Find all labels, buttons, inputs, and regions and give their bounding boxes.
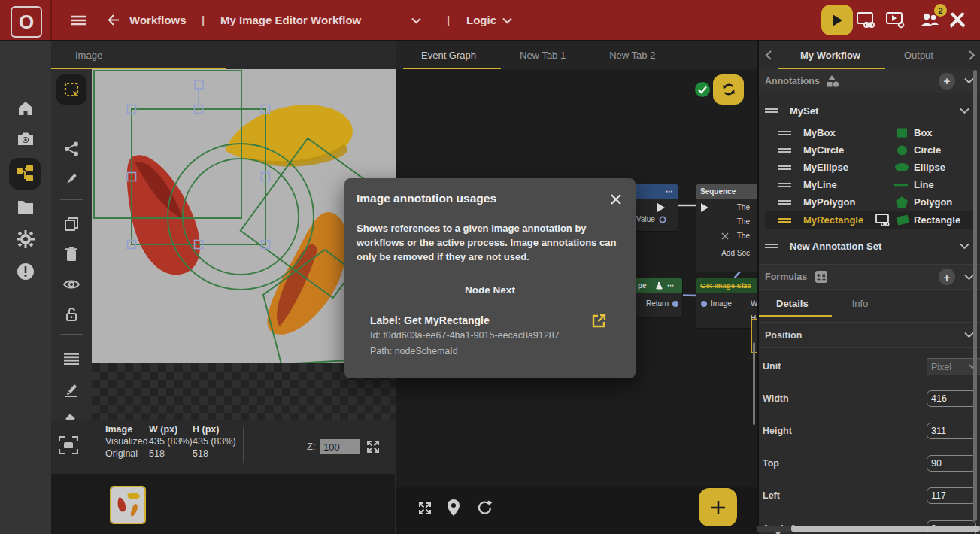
annotation-row-myrectangle[interactable]: MyRectangle Rectangle	[765, 211, 975, 229]
annotation-set-row[interactable]: MySet	[759, 99, 980, 123]
image-panel-tabs: Image	[51, 41, 396, 69]
usages-icon[interactable]	[875, 214, 890, 226]
share-nodes-tool[interactable]	[56, 134, 86, 164]
marquee-select-tool[interactable]	[56, 74, 86, 105]
visibility-tool[interactable]	[56, 269, 86, 299]
position-section-header[interactable]: Position	[759, 322, 980, 348]
layers-list-tool[interactable]	[56, 344, 86, 374]
graph-name-dropdown[interactable]: Logic	[466, 0, 496, 40]
tab-image[interactable]: Image	[75, 50, 102, 61]
height-input[interactable]	[927, 423, 976, 439]
value-out-pin[interactable]	[659, 216, 666, 223]
close-icon[interactable]	[610, 193, 622, 205]
annotation-row-mybox[interactable]: MyBox Box	[765, 124, 975, 141]
annotation-row-mypolygon[interactable]: MyPolygon Polygon	[765, 193, 975, 211]
lock-tool[interactable]	[56, 299, 86, 329]
copy-tool[interactable]	[56, 209, 86, 239]
annotation-row-myellipse[interactable]: MyEllipse Ellipse	[765, 159, 975, 176]
fullscreen-icon[interactable]	[366, 439, 381, 454]
draw-tool[interactable]	[56, 375, 86, 405]
divider	[50, 0, 52, 40]
settings-gear-icon[interactable]	[17, 230, 35, 248]
unit-select[interactable]: Pixel	[927, 358, 980, 375]
screen-settings-icon[interactable]	[886, 12, 906, 29]
locate-pin-icon[interactable]	[447, 499, 460, 517]
drag-handle-icon[interactable]	[765, 243, 778, 249]
graph-scrollbar[interactable]	[753, 342, 755, 425]
collapse-chevron-icon[interactable]	[960, 243, 969, 250]
fit-view-icon[interactable]	[59, 436, 78, 454]
node-menu-icon[interactable]: ⋯	[666, 187, 674, 196]
breadcrumb-section[interactable]: Workflows	[129, 0, 187, 40]
drag-handle-icon[interactable]	[778, 182, 791, 188]
drag-handle-icon[interactable]	[778, 130, 791, 136]
tab-new-tab-1[interactable]: New Tab 1	[520, 50, 566, 61]
top-input[interactable]	[927, 455, 976, 472]
formulas-section-header[interactable]: Formulas +	[759, 264, 980, 290]
tab-info[interactable]: Info	[852, 298, 869, 309]
reload-icon[interactable]	[477, 499, 493, 516]
annotations-section-header[interactable]: Annotations +	[759, 69, 980, 93]
tab-my-workflow[interactable]: My Workflow	[800, 50, 860, 61]
zoom-input[interactable]	[320, 439, 360, 454]
new-annotation-set-row[interactable]: New Annotation Set	[759, 234, 980, 258]
annotation-row-myline[interactable]: MyLine Line	[765, 176, 975, 193]
annotation-type: Polygon	[914, 196, 952, 208]
drag-handle-icon[interactable]	[765, 108, 778, 114]
camera-icon[interactable]	[17, 132, 35, 150]
add-socket-label[interactable]: Add Soc	[721, 249, 750, 257]
node-menu-icon[interactable]: ⋯	[667, 281, 675, 290]
run-button[interactable]	[821, 5, 853, 35]
workflow-name-dropdown[interactable]: My Image Editor Workflow	[220, 0, 361, 40]
tab-new-tab-2[interactable]: New Tab 2	[609, 50, 655, 61]
add-formula-button[interactable]: +	[939, 269, 955, 285]
alerts-icon[interactable]	[17, 262, 35, 281]
return-out-pin[interactable]	[672, 300, 679, 308]
tab-details[interactable]: Details	[776, 298, 809, 309]
tabs-prev-chevron-icon[interactable]	[765, 50, 772, 60]
tab-event-graph[interactable]: Event Graph	[421, 50, 476, 61]
collapse-chevron-icon[interactable]	[960, 108, 969, 114]
eyedropper-tool[interactable]	[56, 164, 86, 194]
workflow-link-icon[interactable]	[857, 12, 875, 29]
hamburger-menu-icon[interactable]	[71, 15, 86, 26]
new-annotation-set-name[interactable]: New Annotation Set	[790, 241, 881, 252]
exec-out-pin[interactable]	[657, 202, 666, 213]
inspector-vertical-scrollbar[interactable]	[973, 70, 977, 521]
annotation-name: MyPolygon	[803, 196, 855, 208]
users-button[interactable]: 2	[919, 10, 942, 31]
fit-graph-icon[interactable]	[417, 500, 433, 517]
node-sequence[interactable]: Sequence The The The Add Soc	[696, 184, 757, 272]
tabs-next-chevron-icon[interactable]	[969, 50, 975, 60]
remove-socket-icon[interactable]	[721, 232, 729, 240]
inspector-horizontal-scrollbar[interactable]	[791, 526, 980, 532]
annotation-set-name[interactable]: MySet	[790, 105, 818, 117]
refresh-graph-button[interactable]	[713, 74, 744, 105]
tab-output[interactable]: Output	[904, 50, 933, 61]
width-input[interactable]	[927, 390, 976, 407]
drag-handle-icon[interactable]	[778, 217, 791, 223]
image-thumbnail[interactable]	[110, 486, 146, 524]
node-get-image-size[interactable]: Get Image Size Image Wid Heig	[696, 278, 757, 329]
chevron-down-icon[interactable]	[502, 17, 512, 24]
chevron-down-icon[interactable]	[411, 17, 421, 24]
exec-in-pin[interactable]	[700, 202, 709, 213]
files-icon[interactable]	[17, 199, 35, 217]
home-icon[interactable]	[17, 100, 35, 118]
back-arrow-icon[interactable]	[106, 13, 120, 27]
add-annotation-button[interactable]: +	[939, 73, 955, 90]
admin-tools-icon[interactable]	[948, 12, 966, 29]
delete-tool[interactable]	[56, 239, 86, 269]
workflows-nav-active[interactable]	[9, 158, 41, 190]
annotation-row-mycircle[interactable]: MyCircle Circle	[765, 141, 975, 159]
drag-handle-icon[interactable]	[778, 165, 791, 171]
image-in-pin[interactable]	[700, 300, 708, 308]
add-node-button[interactable]	[699, 488, 737, 526]
app-logo[interactable]: O	[11, 6, 42, 38]
drag-handle-icon[interactable]	[778, 147, 791, 153]
open-in-new-icon[interactable]	[591, 314, 606, 329]
drag-handle-icon[interactable]	[778, 199, 791, 205]
flask-icon	[656, 281, 663, 290]
left-input[interactable]	[927, 487, 976, 504]
canvas-toolbar	[51, 69, 92, 420]
